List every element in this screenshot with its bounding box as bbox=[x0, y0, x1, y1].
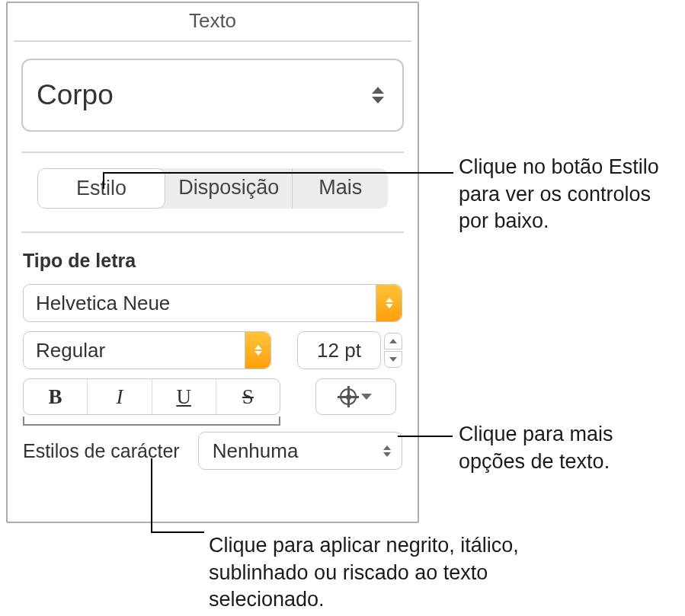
font-typeface-select[interactable]: Regular bbox=[23, 331, 271, 369]
strikethrough-button[interactable]: S bbox=[216, 379, 280, 414]
tab-layout[interactable]: Disposição bbox=[165, 168, 293, 209]
chevron-down-icon bbox=[361, 394, 372, 400]
callout-style-tab: Clique no botão Estilo para ver os contr… bbox=[459, 154, 684, 235]
font-section-label: Tipo de letra bbox=[23, 250, 402, 272]
font-size-stepper: 12 pt bbox=[297, 331, 402, 369]
panel-title: Texto bbox=[14, 3, 411, 42]
text-style-buttons: B I U S bbox=[23, 378, 280, 415]
paragraph-style-value: Corpo bbox=[37, 79, 114, 111]
callout-line bbox=[151, 458, 152, 531]
bold-button[interactable]: B bbox=[24, 379, 88, 414]
chevron-updown-icon bbox=[383, 445, 391, 457]
callout-line bbox=[398, 436, 453, 437]
font-family-select[interactable]: Helvetica Neue bbox=[23, 284, 402, 322]
callout-gear: Clique para mais opções de texto. bbox=[459, 421, 684, 475]
font-size-input[interactable]: 12 pt bbox=[297, 331, 381, 369]
callout-bracket bbox=[23, 417, 280, 426]
font-family-value: Helvetica Neue bbox=[36, 292, 170, 315]
character-style-select[interactable]: Nenhuma bbox=[198, 432, 402, 470]
character-styles-label: Estilos de carácter bbox=[23, 440, 180, 462]
font-typeface-value: Regular bbox=[36, 339, 105, 362]
chevron-updown-icon bbox=[376, 285, 402, 321]
callout-line bbox=[103, 172, 453, 174]
callout-line bbox=[151, 531, 204, 533]
text-tabs-segmented: Estilo Disposição Mais bbox=[37, 168, 388, 209]
size-step-up-button[interactable] bbox=[384, 333, 402, 349]
tab-style[interactable]: Estilo bbox=[37, 168, 165, 209]
chevron-updown-icon bbox=[245, 332, 270, 369]
character-style-value: Nenhuma bbox=[213, 439, 299, 463]
text-inspector-panel: Texto Corpo Estilo Disposição Mais Tipo … bbox=[6, 2, 419, 523]
underline-button[interactable]: U bbox=[152, 379, 216, 414]
chevron-updown-icon bbox=[372, 87, 384, 104]
italic-button[interactable]: I bbox=[88, 379, 152, 414]
callout-bius: Clique para aplicar negrito, itálico, su… bbox=[209, 532, 544, 614]
paragraph-style-select[interactable]: Corpo bbox=[21, 59, 404, 132]
callout-line bbox=[103, 172, 104, 189]
size-step-down-button[interactable] bbox=[384, 351, 402, 368]
tab-more[interactable]: Mais bbox=[293, 168, 388, 209]
gear-icon bbox=[340, 388, 357, 405]
advanced-options-button[interactable] bbox=[315, 378, 396, 415]
